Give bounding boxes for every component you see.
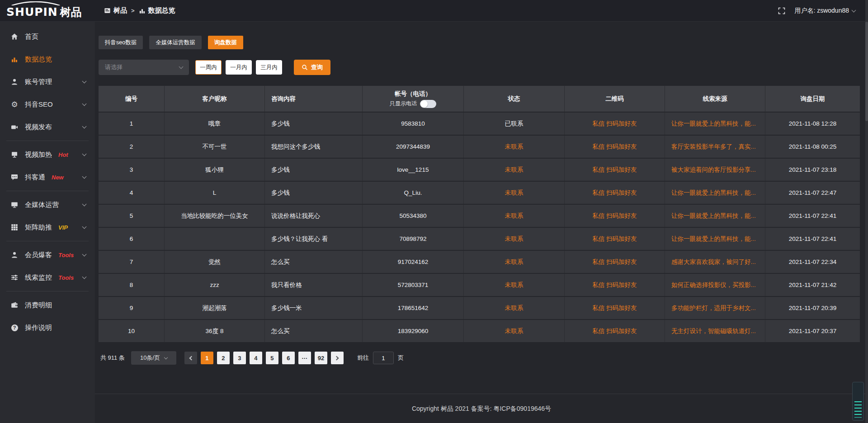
page-size-select[interactable]: 10条/页 bbox=[131, 351, 176, 365]
chat-widget[interactable] bbox=[852, 382, 864, 421]
sidebar-divider bbox=[6, 241, 89, 241]
cell-source-link[interactable]: 感谢大家喜欢我家，被问了好... bbox=[665, 251, 765, 273]
cell-nickname bbox=[165, 228, 265, 250]
cell-account: 178651642 bbox=[363, 297, 464, 319]
breadcrumb-label: 数据总览 bbox=[148, 6, 175, 15]
page-button-3[interactable]: 3 bbox=[233, 352, 246, 364]
breadcrumb-label: 树品 bbox=[113, 6, 127, 15]
column-header-content: 咨询内容 bbox=[265, 86, 363, 112]
sidebar-item-douyin-seo[interactable]: 抖音SEO bbox=[0, 93, 95, 116]
cell-source-link[interactable]: 让你一眼就爱上的黑科技，能... bbox=[665, 113, 765, 135]
sidebar-item-video-heat[interactable]: 视频加热 Hot bbox=[0, 143, 95, 166]
logo-text-cn: 树品 bbox=[60, 5, 82, 19]
sidebar-item-lead-monitoring[interactable]: 线索监控 Tools bbox=[0, 266, 95, 289]
sidebar-item-douketong[interactable]: 抖客通 New bbox=[0, 166, 95, 188]
sidebar-item-omnimedia[interactable]: 全媒体运营 bbox=[0, 193, 95, 216]
search-button[interactable]: 查询 bbox=[294, 60, 330, 75]
cell-id: 7 bbox=[99, 251, 165, 273]
prev-page-button[interactable] bbox=[184, 352, 197, 364]
breadcrumb-item-home[interactable]: 树品 bbox=[104, 6, 127, 15]
cell-source-link[interactable]: 让你一眼就爱上的黑科技，能... bbox=[665, 182, 765, 204]
cell-source-link[interactable]: 如何正确选择投影仪，买投影... bbox=[665, 274, 765, 296]
chevron-down-icon bbox=[82, 102, 87, 106]
app-logo[interactable]: SHUPIN 树品 bbox=[0, 0, 95, 22]
cell-source-link[interactable]: 无主灯设计，智能磁吸轨道灯... bbox=[665, 320, 765, 342]
cell-nickname: 哦章 bbox=[165, 113, 265, 135]
page-ellipsis-button[interactable]: ··· bbox=[298, 352, 311, 364]
cell-source-link[interactable]: 让你一眼就爱上的黑科技，能... bbox=[665, 228, 765, 250]
table-row: 6 多少钱？让我死心 看 70898792 未联系 私信 扫码加好友 让你一眼就… bbox=[99, 227, 860, 250]
cell-qrcode-link[interactable]: 私信 扫码加好友 bbox=[565, 182, 665, 204]
cell-qrcode-link[interactable]: 私信 扫码加好友 bbox=[565, 320, 665, 342]
cell-source-link[interactable]: 被大家追着问的客厅投影分享... bbox=[665, 159, 765, 181]
cell-status: 未联系 bbox=[464, 251, 565, 273]
inquiry-table: 编号 客户昵称 咨询内容 帐号（电话） 只显示电话 状态 二维码 线索来源 询盘… bbox=[99, 86, 860, 342]
breadcrumb-item-current[interactable]: 数据总览 bbox=[139, 6, 175, 15]
search-button-label: 查询 bbox=[311, 63, 323, 71]
main-content: 抖音seo数据 全媒体运营数据 询盘数据 请选择 一周内 一月内 三月内 查询 … bbox=[95, 22, 868, 423]
tab-douyin-seo-data[interactable]: 抖音seo数据 bbox=[99, 36, 143, 49]
sidebar-item-consumption-detail[interactable]: 消费明细 bbox=[0, 294, 95, 316]
sidebar-item-data-overview[interactable]: 数据总览 bbox=[0, 48, 95, 70]
filter-select[interactable]: 请选择 bbox=[99, 60, 189, 75]
sidebar-item-member-leads[interactable]: 会员爆客 Tools bbox=[0, 244, 95, 266]
top-bar: SHUPIN 树品 树品 > 数据总览 用户名: zswodun88 bbox=[0, 0, 868, 22]
period-three-months-button[interactable]: 三月内 bbox=[256, 60, 282, 75]
cell-id: 2 bbox=[99, 136, 165, 158]
next-page-button[interactable] bbox=[331, 352, 344, 364]
sidebar-item-account-management[interactable]: 账号管理 bbox=[0, 70, 95, 93]
filter-select-placeholder: 请选择 bbox=[105, 63, 123, 71]
sidebar-item-label: 消费明细 bbox=[25, 301, 52, 310]
sidebar-item-matrix-boost[interactable]: 矩阵助推 VIP bbox=[0, 216, 95, 239]
period-one-week-button[interactable]: 一周内 bbox=[195, 60, 222, 75]
column-header-date: 询盘日期 bbox=[765, 86, 860, 112]
sidebar-item-label: 会员爆客 bbox=[25, 251, 52, 259]
page-button-1[interactable]: 1 bbox=[201, 352, 213, 364]
page-button-2[interactable]: 2 bbox=[217, 352, 230, 364]
cell-content: 怎么买 bbox=[265, 320, 363, 342]
user-menu[interactable]: 用户名: zswodun88 bbox=[794, 7, 855, 15]
page-button-92[interactable]: 92 bbox=[315, 352, 327, 364]
topbar-right: 用户名: zswodun88 bbox=[778, 7, 868, 15]
question-icon bbox=[11, 324, 18, 331]
scrollbar-thumb[interactable] bbox=[865, 22, 868, 121]
phone-only-toggle[interactable] bbox=[420, 100, 436, 108]
cell-qrcode-link[interactable]: 私信 扫码加好友 bbox=[565, 159, 665, 181]
tab-inquiry-data[interactable]: 询盘数据 bbox=[208, 36, 243, 49]
cell-qrcode-link[interactable]: 私信 扫码加好友 bbox=[565, 205, 665, 227]
cell-source-link[interactable]: 客厅安装投影半年多了，真实... bbox=[665, 136, 765, 158]
page-button-6[interactable]: 6 bbox=[282, 352, 295, 364]
chevron-down-icon bbox=[82, 152, 87, 156]
cell-qrcode-link[interactable]: 私信 扫码加好友 bbox=[565, 251, 665, 273]
sidebar-item-label: 抖音SEO bbox=[25, 100, 53, 109]
breadcrumb-app-icon bbox=[104, 7, 111, 14]
column-header-nickname: 客户昵称 bbox=[165, 86, 265, 112]
cell-content: 多少钱 bbox=[265, 159, 363, 181]
cell-qrcode-link[interactable]: 私信 扫码加好友 bbox=[565, 136, 665, 158]
page-button-5[interactable]: 5 bbox=[266, 352, 278, 364]
cell-qrcode-link[interactable]: 私信 扫码加好友 bbox=[565, 228, 665, 250]
cell-source-link[interactable]: 让你一眼就爱上的黑科技，能... bbox=[665, 205, 765, 227]
sidebar-item-home[interactable]: 首页 bbox=[0, 25, 95, 48]
cell-date: 2021-11-07 20:37 bbox=[765, 320, 860, 342]
cell-nickname: L bbox=[165, 182, 265, 204]
cell-qrcode-link[interactable]: 私信 扫码加好友 bbox=[565, 113, 665, 135]
page-jump-input[interactable] bbox=[373, 352, 394, 364]
cell-qrcode-link[interactable]: 私信 扫码加好友 bbox=[565, 274, 665, 296]
table-header: 编号 客户昵称 咨询内容 帐号（电话） 只显示电话 状态 二维码 线索来源 询盘… bbox=[99, 86, 860, 112]
fullscreen-icon[interactable] bbox=[778, 7, 785, 14]
breadcrumb: 树品 > 数据总览 bbox=[104, 6, 175, 15]
cell-source-link[interactable]: 多功能护栏灯，适用于乡村文... bbox=[665, 297, 765, 319]
video-icon bbox=[11, 123, 18, 131]
cell-date: 2021-11-07 22:47 bbox=[765, 182, 860, 204]
grid-icon bbox=[11, 224, 18, 231]
tab-omnimedia-data[interactable]: 全媒体运营数据 bbox=[149, 36, 202, 49]
sidebar-item-video-publish[interactable]: 视频发布 bbox=[0, 116, 95, 138]
scrollbar[interactable] bbox=[865, 0, 868, 423]
cell-qrcode-link[interactable]: 私信 扫码加好友 bbox=[565, 297, 665, 319]
sidebar-item-label: 矩阵助推 bbox=[25, 223, 52, 232]
period-one-month-button[interactable]: 一月内 bbox=[226, 60, 252, 75]
sidebar-item-instructions[interactable]: 操作说明 bbox=[0, 316, 95, 339]
table-row: 8 zzz 我只看价格 572803371 未联系 私信 扫码加好友 如何正确选… bbox=[99, 273, 860, 296]
page-button-4[interactable]: 4 bbox=[250, 352, 262, 364]
